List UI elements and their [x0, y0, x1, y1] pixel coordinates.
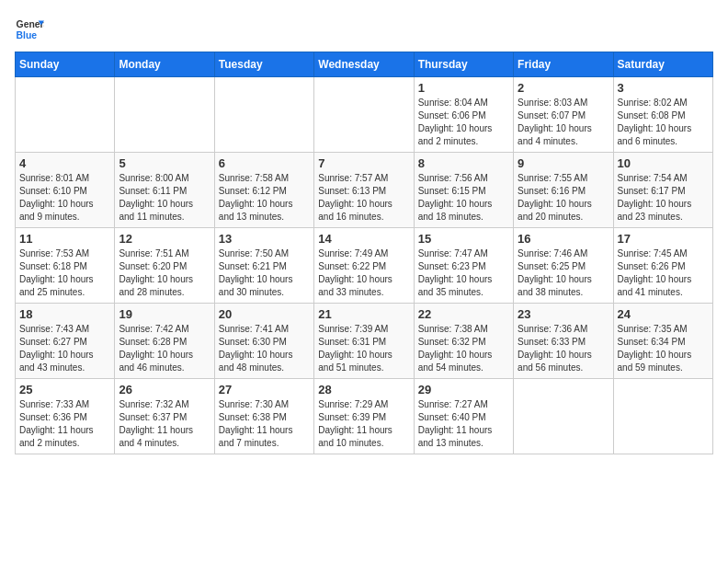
day-info: Sunrise: 7:51 AM Sunset: 6:20 PM Dayligh…: [119, 247, 210, 299]
calendar-cell: 16Sunrise: 7:46 AM Sunset: 6:25 PM Dayli…: [514, 228, 613, 304]
day-number: 16: [518, 232, 609, 246]
header: General Blue: [15, 15, 713, 44]
calendar-cell: 21Sunrise: 7:39 AM Sunset: 6:31 PM Dayli…: [314, 304, 414, 379]
calendar-cell: 2Sunrise: 8:03 AM Sunset: 6:07 PM Daylig…: [514, 77, 613, 153]
calendar-cell: 25Sunrise: 7:33 AM Sunset: 6:36 PM Dayli…: [16, 379, 115, 454]
day-number: 25: [19, 383, 110, 396]
day-number: 14: [318, 232, 409, 246]
day-number: 28: [318, 383, 409, 396]
day-info: Sunrise: 7:39 AM Sunset: 6:31 PM Dayligh…: [318, 323, 409, 374]
day-info: Sunrise: 7:30 AM Sunset: 6:38 PM Dayligh…: [219, 398, 310, 450]
day-info: Sunrise: 7:27 AM Sunset: 6:40 PM Dayligh…: [418, 398, 509, 450]
calendar-cell: 22Sunrise: 7:38 AM Sunset: 6:32 PM Dayli…: [414, 304, 513, 379]
day-number: 10: [618, 156, 709, 170]
day-number: 3: [618, 81, 709, 95]
weekday-header-sunday: Sunday: [16, 52, 115, 77]
calendar-cell: 20Sunrise: 7:41 AM Sunset: 6:30 PM Dayli…: [214, 304, 313, 379]
calendar-cell: 1Sunrise: 8:04 AM Sunset: 6:06 PM Daylig…: [414, 77, 513, 153]
week-row-2: 4Sunrise: 8:01 AM Sunset: 6:10 PM Daylig…: [16, 153, 713, 228]
weekday-header-monday: Monday: [115, 52, 214, 77]
day-number: 17: [618, 232, 709, 246]
calendar-cell: [16, 77, 115, 153]
calendar-cell: 17Sunrise: 7:45 AM Sunset: 6:26 PM Dayli…: [613, 228, 712, 304]
logo-icon: General Blue: [15, 15, 44, 44]
day-info: Sunrise: 7:41 AM Sunset: 6:30 PM Dayligh…: [219, 323, 310, 374]
day-number: 8: [418, 156, 509, 170]
svg-text:Blue: Blue: [17, 30, 38, 40]
weekday-header-tuesday: Tuesday: [214, 52, 313, 77]
day-info: Sunrise: 7:54 AM Sunset: 6:17 PM Dayligh…: [618, 172, 709, 224]
day-info: Sunrise: 8:03 AM Sunset: 6:07 PM Dayligh…: [518, 97, 609, 148]
day-info: Sunrise: 7:38 AM Sunset: 6:32 PM Dayligh…: [418, 323, 509, 374]
day-info: Sunrise: 8:01 AM Sunset: 6:10 PM Dayligh…: [19, 172, 110, 224]
calendar-cell: 27Sunrise: 7:30 AM Sunset: 6:38 PM Dayli…: [214, 379, 313, 454]
calendar-cell: 8Sunrise: 7:56 AM Sunset: 6:15 PM Daylig…: [414, 153, 513, 228]
week-row-5: 25Sunrise: 7:33 AM Sunset: 6:36 PM Dayli…: [16, 379, 713, 454]
day-info: Sunrise: 7:50 AM Sunset: 6:21 PM Dayligh…: [219, 247, 310, 299]
day-info: Sunrise: 7:55 AM Sunset: 6:16 PM Dayligh…: [518, 172, 609, 224]
weekday-header-wednesday: Wednesday: [314, 52, 414, 77]
day-info: Sunrise: 7:49 AM Sunset: 6:22 PM Dayligh…: [318, 247, 409, 299]
day-number: 20: [219, 307, 310, 321]
day-number: 23: [518, 307, 609, 321]
day-number: 4: [19, 156, 110, 170]
calendar-cell: 3Sunrise: 8:02 AM Sunset: 6:08 PM Daylig…: [613, 77, 712, 153]
day-number: 27: [219, 383, 310, 396]
day-info: Sunrise: 7:45 AM Sunset: 6:26 PM Dayligh…: [618, 247, 709, 299]
day-info: Sunrise: 7:47 AM Sunset: 6:23 PM Dayligh…: [418, 247, 509, 299]
day-number: 18: [19, 307, 110, 321]
calendar-cell: 11Sunrise: 7:53 AM Sunset: 6:18 PM Dayli…: [16, 228, 115, 304]
calendar-cell: 12Sunrise: 7:51 AM Sunset: 6:20 PM Dayli…: [115, 228, 214, 304]
day-info: Sunrise: 8:04 AM Sunset: 6:06 PM Dayligh…: [418, 97, 509, 148]
day-number: 22: [418, 307, 509, 321]
day-number: 12: [119, 232, 210, 246]
calendar-cell: 6Sunrise: 7:58 AM Sunset: 6:12 PM Daylig…: [214, 153, 313, 228]
calendar-cell: 26Sunrise: 7:32 AM Sunset: 6:37 PM Dayli…: [115, 379, 214, 454]
day-number: 13: [219, 232, 310, 246]
day-number: 19: [119, 307, 210, 321]
day-info: Sunrise: 7:32 AM Sunset: 6:37 PM Dayligh…: [119, 398, 210, 450]
day-info: Sunrise: 7:58 AM Sunset: 6:12 PM Dayligh…: [219, 172, 310, 224]
day-info: Sunrise: 7:42 AM Sunset: 6:28 PM Dayligh…: [119, 323, 210, 374]
calendar-cell: 15Sunrise: 7:47 AM Sunset: 6:23 PM Dayli…: [414, 228, 513, 304]
week-row-4: 18Sunrise: 7:43 AM Sunset: 6:27 PM Dayli…: [16, 304, 713, 379]
calendar-cell: 29Sunrise: 7:27 AM Sunset: 6:40 PM Dayli…: [414, 379, 513, 454]
day-info: Sunrise: 7:33 AM Sunset: 6:36 PM Dayligh…: [19, 398, 110, 450]
calendar-cell: 4Sunrise: 8:01 AM Sunset: 6:10 PM Daylig…: [16, 153, 115, 228]
day-number: 2: [518, 81, 609, 95]
day-info: Sunrise: 7:29 AM Sunset: 6:39 PM Dayligh…: [318, 398, 409, 450]
day-info: Sunrise: 7:56 AM Sunset: 6:15 PM Dayligh…: [418, 172, 509, 224]
day-number: 24: [618, 307, 709, 321]
week-row-1: 1Sunrise: 8:04 AM Sunset: 6:06 PM Daylig…: [16, 77, 713, 153]
calendar-cell: 24Sunrise: 7:35 AM Sunset: 6:34 PM Dayli…: [613, 304, 712, 379]
day-info: Sunrise: 8:02 AM Sunset: 6:08 PM Dayligh…: [618, 97, 709, 148]
calendar-cell: 28Sunrise: 7:29 AM Sunset: 6:39 PM Dayli…: [314, 379, 414, 454]
calendar-cell: 5Sunrise: 8:00 AM Sunset: 6:11 PM Daylig…: [115, 153, 214, 228]
calendar-cell: 7Sunrise: 7:57 AM Sunset: 6:13 PM Daylig…: [314, 153, 414, 228]
day-number: 5: [119, 156, 210, 170]
calendar-cell: 9Sunrise: 7:55 AM Sunset: 6:16 PM Daylig…: [514, 153, 613, 228]
day-info: Sunrise: 7:53 AM Sunset: 6:18 PM Dayligh…: [19, 247, 110, 299]
day-info: Sunrise: 8:00 AM Sunset: 6:11 PM Dayligh…: [119, 172, 210, 224]
calendar-cell: 13Sunrise: 7:50 AM Sunset: 6:21 PM Dayli…: [214, 228, 313, 304]
day-info: Sunrise: 7:43 AM Sunset: 6:27 PM Dayligh…: [19, 323, 110, 374]
calendar-cell: [214, 77, 313, 153]
calendar-cell: [314, 77, 414, 153]
weekday-header-saturday: Saturday: [613, 52, 712, 77]
weekday-header-friday: Friday: [514, 52, 613, 77]
day-info: Sunrise: 7:46 AM Sunset: 6:25 PM Dayligh…: [518, 247, 609, 299]
day-number: 21: [318, 307, 409, 321]
day-number: 1: [418, 81, 509, 95]
day-number: 15: [418, 232, 509, 246]
calendar-table: SundayMondayTuesdayWednesdayThursdayFrid…: [15, 52, 713, 454]
calendar-cell: 14Sunrise: 7:49 AM Sunset: 6:22 PM Dayli…: [314, 228, 414, 304]
day-number: 11: [19, 232, 110, 246]
day-info: Sunrise: 7:57 AM Sunset: 6:13 PM Dayligh…: [318, 172, 409, 224]
calendar-cell: [115, 77, 214, 153]
day-info: Sunrise: 7:36 AM Sunset: 6:33 PM Dayligh…: [518, 323, 609, 374]
weekday-header-thursday: Thursday: [414, 52, 513, 77]
calendar-cell: 23Sunrise: 7:36 AM Sunset: 6:33 PM Dayli…: [514, 304, 613, 379]
week-row-3: 11Sunrise: 7:53 AM Sunset: 6:18 PM Dayli…: [16, 228, 713, 304]
day-number: 7: [318, 156, 409, 170]
day-number: 6: [219, 156, 310, 170]
